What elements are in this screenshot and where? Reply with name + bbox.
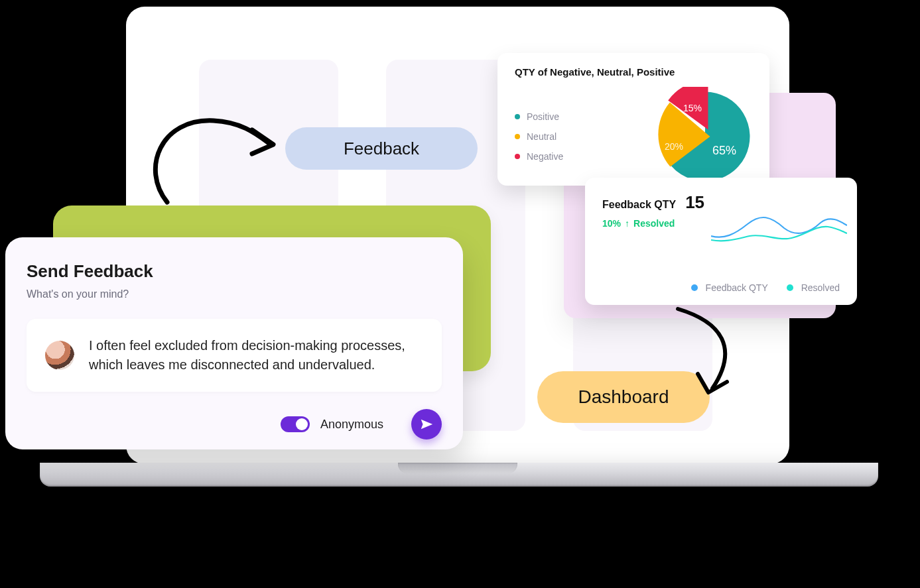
- line-chart: [711, 209, 847, 249]
- feedback-input-area[interactable]: I often feel excluded from decision-maki…: [27, 319, 442, 392]
- line-card-value: 15: [685, 192, 704, 213]
- legend-negative-label: Negative: [527, 151, 563, 162]
- laptop-notch: [398, 463, 517, 473]
- send-icon: [419, 417, 434, 432]
- pie-label-negative: 15%: [683, 103, 702, 113]
- dot-icon: [787, 284, 793, 291]
- send-feedback-actions: Anonymous: [27, 409, 442, 440]
- feedback-pill: Feedback: [285, 127, 478, 170]
- send-button[interactable]: [411, 409, 442, 440]
- feedback-message[interactable]: I often feel excluded from decision-maki…: [89, 336, 423, 375]
- anonymous-label: Anonymous: [320, 418, 383, 432]
- legend-neutral-label: Neutral: [527, 131, 557, 142]
- dot-icon: [691, 284, 698, 291]
- legend-positive-label: Positive: [527, 111, 559, 122]
- resolved-pct: 10%: [602, 218, 621, 229]
- pie-label-positive: 65%: [712, 144, 736, 158]
- legend-resolved: Resolved: [787, 282, 840, 293]
- line-card-title: Feedback QTY: [602, 199, 676, 211]
- legend-item-negative: Negative: [515, 151, 563, 162]
- anonymous-toggle[interactable]: [281, 416, 310, 432]
- resolved-label: Resolved: [633, 218, 675, 229]
- sentiment-pie-card: QTY of Negative, Neutral, Positive Posit…: [497, 53, 769, 186]
- line-legend: Feedback QTY Resolved: [691, 282, 840, 293]
- pie-label-neutral: 20%: [665, 141, 683, 152]
- pie-svg: [655, 87, 755, 186]
- send-feedback-title: Send Feedback: [27, 261, 442, 282]
- legend-feedback-qty: Feedback QTY: [691, 282, 768, 293]
- legend-resolved-label: Resolved: [801, 282, 840, 293]
- dashboard-pill-label: Dashboard: [578, 386, 669, 408]
- pie-card-title: QTY of Negative, Neutral, Positive: [515, 66, 755, 78]
- dot-icon: [515, 134, 520, 139]
- send-feedback-card: Send Feedback What's on your mind? I oft…: [5, 237, 463, 449]
- arrow-up-icon: ↑: [625, 218, 629, 229]
- legend-item-neutral: Neutral: [515, 131, 563, 142]
- pie-chart: 65% 20% 15%: [655, 87, 755, 186]
- dot-icon: [515, 114, 520, 119]
- arrow-to-dashboard-icon: [666, 302, 752, 408]
- send-feedback-subtitle: What's on your mind?: [27, 288, 442, 300]
- dot-icon: [515, 154, 520, 159]
- legend-item-positive: Positive: [515, 111, 563, 122]
- avatar: [45, 341, 74, 370]
- pie-legend: Positive Neutral Negative: [515, 111, 563, 162]
- feedback-pill-label: Feedback: [344, 139, 419, 159]
- legend-feedback-label: Feedback QTY: [706, 282, 768, 293]
- arrow-to-feedback-icon: [141, 106, 287, 206]
- feedback-qty-card: Feedback QTY 15 10% ↑ Resolved Feedback …: [585, 178, 857, 305]
